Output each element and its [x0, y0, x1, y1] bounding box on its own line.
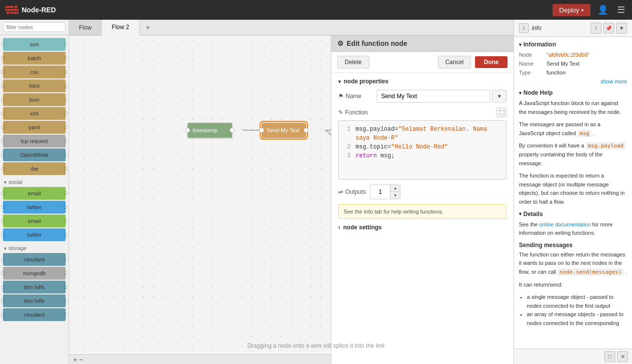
- node-settings-section: node settings: [338, 224, 507, 231]
- sidebar-node-sort[interactable]: sort: [3, 38, 66, 51]
- info-row-node: Node"afdfeb0c.2f3d58": [519, 52, 627, 58]
- info-value: "afdfeb0c.2f3d58": [547, 52, 590, 58]
- zoom-in-button[interactable]: −: [79, 356, 83, 364]
- show-more-link[interactable]: show more: [519, 78, 627, 84]
- cancel-button[interactable]: Cancel: [438, 56, 471, 69]
- zoom-out-button[interactable]: +: [73, 356, 77, 364]
- canvas-node-send-my-text[interactable]: Send My Text: [262, 123, 306, 138]
- port-right: [304, 128, 309, 133]
- sidebar-node-rbe[interactable]: rbe: [3, 162, 66, 175]
- app-logo: Node-RED: [5, 5, 56, 15]
- sidebar-node-cloudant1[interactable]: cloudant: [3, 253, 66, 266]
- sidebar-node-ibm-hdfs2[interactable]: ibm hdfs: [3, 294, 66, 307]
- info-action-info-button[interactable]: i: [591, 23, 601, 34]
- sidebar-node-cloudant2[interactable]: cloudant: [3, 308, 66, 321]
- section-label-text: storage: [8, 245, 27, 251]
- sidebar-node-yaml[interactable]: yaml: [3, 121, 66, 134]
- node-port-right: [64, 285, 68, 289]
- node-label: ibm hdfs: [6, 284, 63, 290]
- delete-button[interactable]: Delete: [337, 56, 369, 69]
- tab-flow2[interactable]: Flow 2: [102, 20, 139, 36]
- canvas-wires: [69, 36, 331, 364]
- name-field-row: ⚑ Name ▼: [338, 90, 507, 103]
- info-action-expand-button[interactable]: ▼: [616, 23, 627, 34]
- node-port-left: [1, 98, 5, 102]
- node-label: xml: [6, 110, 63, 116]
- online-docs-link[interactable]: online documentation: [539, 221, 591, 227]
- drag-hint: Dragging a node onto a wire will splice …: [247, 342, 385, 349]
- function-header: ✎ Function ⛶: [338, 108, 507, 117]
- node-properties-header[interactable]: node properties: [338, 78, 507, 85]
- info-key: Node: [519, 52, 544, 58]
- menu-button[interactable]: ☰: [615, 4, 627, 15]
- sidebar-node-mongodb[interactable]: mongodb: [3, 267, 66, 280]
- sidebar-node-csv[interactable]: csv: [3, 66, 66, 78]
- node-port-left: [1, 42, 5, 46]
- node-port-left: [1, 125, 5, 129]
- node-label: OpenWhisk: [6, 152, 63, 158]
- sidebar-node-openwhisk[interactable]: OpenWhisk: [3, 148, 66, 161]
- details-text: See the online documentation for more in…: [519, 220, 627, 238]
- sidebar-node-xml[interactable]: xml: [3, 107, 66, 120]
- sidebar-node-batch[interactable]: batch: [3, 52, 66, 65]
- list-item-1: a single message object - passed to node…: [527, 293, 627, 310]
- sidebar-node-json[interactable]: json: [3, 93, 66, 106]
- expand-editor-button[interactable]: ⛶: [497, 108, 507, 117]
- node-port-right: [64, 42, 68, 46]
- filter-nodes-input[interactable]: [3, 22, 66, 32]
- outputs-value-input[interactable]: [370, 185, 390, 199]
- section-label-social[interactable]: social: [0, 176, 69, 186]
- outputs-decrement-button[interactable]: ▼: [390, 192, 400, 199]
- info-panel-header: i info i 📌 ▼: [514, 20, 632, 37]
- canvas-area[interactable]: + − timestampSend My Textmsg.payloadSend…: [69, 36, 331, 364]
- outputs-label: ⇌ Outputs: [338, 188, 366, 195]
- node-settings-label: node settings: [343, 224, 382, 231]
- deploy-button[interactable]: Deploy ▾: [553, 4, 591, 16]
- edit-panel-icon: ⚙: [337, 39, 344, 47]
- footer-close-button[interactable]: ✕: [617, 351, 628, 362]
- sidebar-node-html[interactable]: html: [3, 79, 66, 92]
- done-button[interactable]: Done: [475, 56, 508, 68]
- port-left: [259, 128, 264, 133]
- sidebar-node-twitter1[interactable]: twitter: [3, 201, 66, 214]
- node-port-left: [1, 313, 5, 317]
- sidebar-node-tcp-request[interactable]: tcp request: [3, 135, 66, 147]
- info-tab-icon[interactable]: i: [519, 23, 529, 33]
- details-section-title[interactable]: Details: [519, 211, 627, 218]
- outputs-increment-button[interactable]: ▲: [390, 185, 400, 192]
- node-port-left: [1, 233, 5, 237]
- section-label-storage[interactable]: storage: [0, 242, 69, 252]
- node-help-title[interactable]: Node Help: [519, 89, 627, 96]
- info-panel: i info i 📌 ▼ Information Node"afdfeb0c.2…: [514, 20, 632, 364]
- node-port-right: [64, 167, 68, 171]
- add-tab-button[interactable]: +: [140, 20, 156, 35]
- node-label: cloudant: [6, 312, 63, 318]
- sidebar-node-twitter2[interactable]: twitter: [3, 228, 66, 241]
- user-button[interactable]: 👤: [595, 4, 610, 15]
- tab-flow1[interactable]: Flow: [69, 20, 102, 35]
- sidebar-node-email2[interactable]: email: [3, 215, 66, 227]
- node-port-right: [64, 56, 68, 60]
- code-editor[interactable]: 1 msg.payload="Selamat Berkenalan. Nama …: [338, 120, 507, 180]
- footer-collapse-button[interactable]: □: [604, 351, 615, 362]
- node-port-left: [1, 191, 5, 195]
- node-port-right: [64, 271, 68, 275]
- code-text-1: msg.payload="Selamat Berkenalan. Nama sa…: [356, 125, 502, 143]
- name-input[interactable]: [377, 90, 490, 103]
- node-help-section: Node Help A JavaScript function block to…: [519, 89, 627, 328]
- code-text-2: msg.topic="Hello Node-Red": [356, 143, 448, 151]
- info-action-pin-button[interactable]: 📌: [603, 23, 614, 34]
- node-port-left: [1, 167, 5, 171]
- sidebar-node-email1[interactable]: email: [3, 187, 66, 200]
- line-number-1: 1: [343, 125, 351, 143]
- tab-bar: FlowFlow 2+: [69, 20, 514, 36]
- node-port-right: [64, 125, 68, 129]
- information-section-title[interactable]: Information: [519, 41, 627, 48]
- node-settings-header[interactable]: node settings: [338, 224, 507, 231]
- node-port-left: [1, 56, 5, 60]
- canvas-node-timestamp[interactable]: timestamp: [188, 123, 232, 138]
- sidebar-node-ibm-hdfs1[interactable]: ibm hdfs: [3, 281, 66, 293]
- info-hint-text: See the Info tab for help writing functi…: [344, 209, 443, 215]
- name-extra-button[interactable]: ▼: [492, 90, 507, 103]
- node-port-left: [1, 111, 5, 115]
